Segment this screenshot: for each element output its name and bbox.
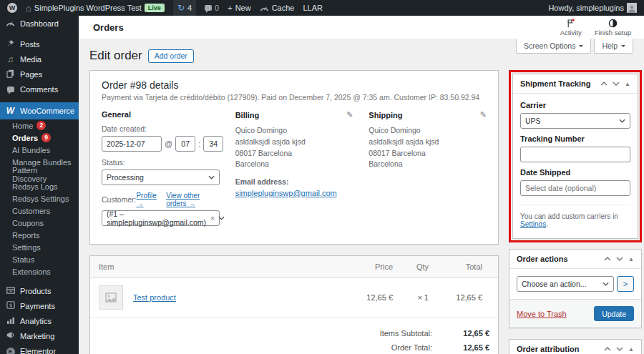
clear-customer-icon[interactable]: ×: [210, 214, 215, 222]
order-actions-title: Order actions: [517, 255, 568, 263]
sidebar-item-products[interactable]: Products: [0, 283, 79, 298]
items-subtotal-value: 12,65 €: [439, 329, 489, 338]
sidebar-item-dashboard[interactable]: Dashboard: [0, 16, 79, 31]
content-topbar: Orders Activity Finish setup: [79, 16, 644, 39]
move-down-icon[interactable]: [616, 347, 623, 351]
bar-chart-icon: [6, 317, 15, 325]
billing-address-line: asldalksjdl asjda kjsd: [235, 137, 353, 148]
carrier-select[interactable]: UPS: [520, 113, 630, 129]
date-created-input[interactable]: [102, 136, 162, 152]
hour-input[interactable]: [175, 136, 195, 152]
sidebar-item-posts[interactable]: Posts: [0, 36, 79, 51]
sidebar-subitem-pattern-discovery[interactable]: Pattern Discovery: [0, 168, 79, 180]
sidebar-label: Products: [20, 287, 51, 295]
sidebar-subitem-redsys-settings[interactable]: Redsys Settings: [0, 192, 79, 205]
move-down-icon[interactable]: [616, 257, 623, 261]
sidebar-subitem-customers[interactable]: Customers: [0, 205, 79, 217]
add-order-button[interactable]: Add order: [148, 49, 194, 63]
screen-options-button[interactable]: Screen Options: [516, 39, 591, 54]
sidebar-item-media[interactable]: ♫ Media: [0, 51, 79, 67]
sidebar-subitem-coupons[interactable]: Coupons: [0, 217, 79, 229]
sidebar-separator: [0, 97, 79, 102]
settings-link[interactable]: Settings: [520, 220, 546, 228]
sidebar-item-analytics[interactable]: Analytics: [0, 313, 79, 328]
edit-billing-icon[interactable]: ✎: [346, 110, 353, 119]
sidebar-subitem-reports[interactable]: Reports: [0, 229, 79, 241]
order-payment-summary: Payment via Tarjeta de crédito/débito (1…: [102, 93, 487, 102]
comments-link[interactable]: 0: [205, 0, 219, 16]
cache-label: Cache: [272, 4, 295, 12]
move-down-icon[interactable]: [613, 82, 620, 86]
order-attribution-panel: Order attribution ▲ Origin Direct Device…: [509, 339, 642, 354]
sidebar-item-payments[interactable]: $ Payments: [0, 298, 79, 313]
chevron-down-icon: [208, 175, 215, 180]
move-to-trash-link[interactable]: Move to Trash: [517, 310, 567, 318]
chevron-down-icon: [619, 119, 625, 123]
sidebar-label: Comments: [20, 85, 58, 94]
site-name-link[interactable]: ⌂ SimplePlugins WordPress Test Live: [26, 0, 165, 16]
sidebar-subitem-settings[interactable]: Settings: [0, 241, 79, 253]
subitem-label: Redsys Settings: [12, 195, 69, 203]
comment-bubble-icon: [205, 5, 212, 11]
woocommerce-icon: W: [6, 107, 15, 115]
sidebar-subitem-status[interactable]: Status: [0, 253, 79, 265]
edit-shipping-icon[interactable]: ✎: [480, 110, 487, 119]
order-action-select[interactable]: Choose an action...: [517, 276, 614, 292]
finish-setup-button[interactable]: Finish setup: [595, 19, 631, 36]
subitem-label: Pattern Discovery: [12, 166, 73, 183]
apply-action-button[interactable]: >: [617, 276, 634, 292]
move-up-icon[interactable]: [604, 257, 611, 261]
sidebar-item-comments[interactable]: Comments: [0, 82, 79, 97]
sidebar-subitem-orders[interactable]: Orders 9: [0, 132, 79, 144]
sidebar-item-elementor[interactable]: E Elementor: [0, 343, 79, 354]
billing-heading: Billing: [235, 111, 260, 119]
help-button[interactable]: Help: [594, 39, 633, 54]
chevron-down-icon: [602, 282, 609, 286]
profile-link[interactable]: Profile →: [136, 192, 160, 207]
chevron-down-icon: [621, 45, 625, 49]
sidebar-item-pages[interactable]: Pages: [0, 67, 79, 82]
shipping-address-line: Barcelona: [369, 159, 487, 170]
status-select[interactable]: Processing: [102, 169, 220, 185]
update-button[interactable]: Update: [594, 306, 634, 321]
sidebar-subitem-extensions[interactable]: Extensions: [0, 265, 79, 277]
view-other-orders-link[interactable]: View other orders →: [166, 192, 220, 207]
collapse-toggle-icon[interactable]: ▲: [625, 81, 630, 87]
subitem-label: Redsys Logs: [12, 182, 58, 191]
activity-button[interactable]: Activity: [560, 19, 582, 36]
account-menu[interactable]: Howdy, simpleplugins: [548, 0, 637, 16]
sidebar-subitem-ai-bundles[interactable]: AI Bundles: [0, 144, 79, 156]
home-icon: ⌂: [26, 4, 31, 13]
new-content-link[interactable]: + New: [228, 0, 250, 16]
collapse-toggle-icon[interactable]: ▲: [628, 256, 634, 262]
sidebar-item-woocommerce[interactable]: W WooCommerce: [0, 102, 79, 119]
customer-value: (#1 – simplepluginswp@gmail.com): [107, 210, 206, 227]
subitem-label: Reports: [12, 231, 40, 240]
customer-select[interactable]: (#1 – simplepluginswp@gmail.com) ×: [102, 210, 220, 226]
date-shipped-input[interactable]: [520, 180, 630, 196]
qty-column-header: Qty: [393, 262, 429, 271]
updates-icon: ↻: [177, 4, 185, 12]
sidebar-label: Marketing: [20, 332, 54, 340]
tracking-number-input[interactable]: [520, 147, 630, 162]
move-up-icon[interactable]: [600, 82, 608, 86]
tracking-number-label: Tracking Number: [520, 134, 630, 143]
wordpress-menu[interactable]: W: [7, 0, 17, 16]
footer-period: .: [546, 220, 548, 228]
pushpin-icon: [6, 39, 15, 49]
total-column-header: Total: [429, 262, 482, 271]
annotation-red-box: Shipment Tracking ▲ Carrier UPS: [509, 70, 642, 242]
sidebar-item-marketing[interactable]: Marketing: [0, 328, 79, 343]
cache-link[interactable]: Cache: [260, 0, 295, 16]
minute-input[interactable]: [203, 136, 223, 152]
sidebar-subitem-home[interactable]: Home 2: [0, 119, 79, 132]
move-up-icon[interactable]: [604, 347, 611, 351]
subitem-label: Status: [12, 255, 34, 264]
updates-link[interactable]: ↻ 4: [173, 0, 196, 16]
collapse-toggle-icon[interactable]: ▲: [628, 346, 634, 353]
product-name-link[interactable]: Test product: [133, 293, 176, 302]
carrier-value: UPS: [525, 117, 541, 125]
llar-link[interactable]: LLAR: [303, 0, 323, 16]
customer-email-link[interactable]: simplepluginswp@gmail.com: [235, 189, 337, 197]
orders-badge: 9: [42, 133, 51, 142]
